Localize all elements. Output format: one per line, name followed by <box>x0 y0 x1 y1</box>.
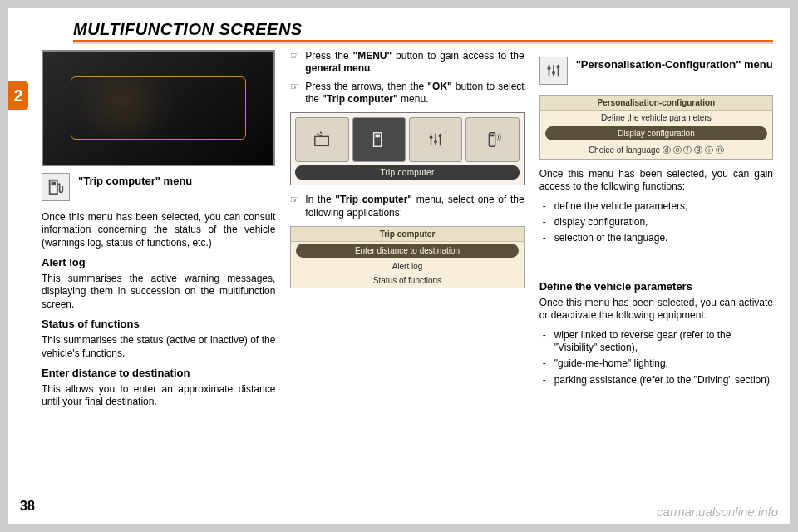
personalisation-list-menu: Personalisation-configuration Define the… <box>539 95 773 160</box>
trip-computer-list-menu: Trip computer Enter distance to destinat… <box>290 226 524 288</box>
menu-cell-radio-icon <box>295 117 348 162</box>
column-2: Press the "MENU" button to gain access t… <box>290 50 524 490</box>
t: Press the <box>305 50 352 62</box>
t: "MENU" <box>352 50 392 62</box>
define-params-heading: Define the vehicle parameters <box>539 280 773 293</box>
column-3: "Personalisation-Configuration" menu Per… <box>539 50 773 490</box>
watermark: carmanualsonline.info <box>657 505 778 519</box>
list-item: "guide-me-home" lighting, <box>539 357 773 370</box>
page-header: MULTIFUNCTION SCREENS <box>73 20 790 42</box>
menu-cell-phone-icon <box>466 117 519 162</box>
chapter-tab: 2 <box>8 81 28 110</box>
menu-label-strip: Trip computer <box>295 165 519 180</box>
section-title: "Trip computer" menu <box>78 173 192 201</box>
distance-text: This allows you to enter an approximate … <box>42 383 275 409</box>
t: . <box>370 62 372 74</box>
section-title: "Personalisation-Configuration" menu <box>576 57 773 85</box>
list-item: parking assistance (refer to the "Drivin… <box>539 374 773 387</box>
menu-cell-trip-icon <box>352 117 406 162</box>
svg-point-10 <box>547 66 550 70</box>
icon-row <box>295 117 519 162</box>
t: "OK" <box>427 81 451 92</box>
t: "Trip computer" <box>335 194 412 205</box>
control-panel-photo <box>42 50 275 166</box>
menu-item: Choice of language ⓓ ⓔ ⓕ ⓖ ⓘ ⓝ <box>540 142 772 159</box>
menu-title: Trip computer <box>291 227 523 242</box>
t: In the <box>305 194 335 205</box>
list-item: display configuration, <box>539 216 773 229</box>
t: "Trip computer" <box>322 93 397 105</box>
trip-intro-text: Once this menu has been selected, you ca… <box>42 211 275 249</box>
column-1: "Trip computer" menu Once this menu has … <box>42 50 275 490</box>
menu-item: Alert log <box>291 259 523 273</box>
status-text: This summarises the status (active or in… <box>42 334 275 360</box>
distance-heading: Enter distance to destination <box>42 367 275 379</box>
spacer <box>539 252 773 273</box>
menu-item: Status of functions <box>291 273 523 288</box>
trip-computer-icon-menu: Trip computer <box>290 112 524 185</box>
menu-item: Display configuration <box>545 126 767 140</box>
menu-item: Define the vehicle parameters <box>540 111 772 125</box>
section-trip-computer-header: "Trip computer" menu <box>42 173 275 201</box>
step-2: Press the arrows, then the "OK" button t… <box>290 81 524 106</box>
header-rule <box>73 40 773 42</box>
t: button to gain access to the <box>392 50 524 62</box>
t: menu. <box>398 93 429 105</box>
svg-point-12 <box>556 65 559 68</box>
steps-list: Press the "MENU" button to gain access t… <box>290 50 524 106</box>
menu-cell-sliders-icon <box>409 117 462 162</box>
svg-rect-9 <box>490 135 495 137</box>
svg-point-7 <box>439 135 442 138</box>
svg-rect-1 <box>52 182 57 186</box>
equipment-list: wiper linked to reverse gear (refer to t… <box>539 329 773 387</box>
status-heading: Status of functions <box>42 318 275 330</box>
svg-rect-4 <box>375 135 380 138</box>
menu-title: Personalisation-configuration <box>540 96 772 111</box>
content-columns: "Trip computer" menu Once this menu has … <box>42 50 773 490</box>
svg-point-11 <box>552 71 555 75</box>
t: general menu <box>305 62 370 74</box>
section-personalisation-header: "Personalisation-Configuration" menu <box>539 57 773 85</box>
define-params-text: Once this menu has been selected, you ca… <box>539 297 773 323</box>
page-number: 38 <box>20 499 35 514</box>
manual-page: MULTIFUNCTION SCREENS 2 "Trip computer" … <box>8 8 790 524</box>
svg-rect-2 <box>315 137 329 146</box>
alert-log-text: This summarises the active warning messa… <box>42 273 275 311</box>
step-1: Press the "MENU" button to gain access t… <box>290 50 524 76</box>
svg-point-6 <box>434 140 437 144</box>
header-rule-shadow <box>73 42 773 44</box>
list-item: selection of the language. <box>539 232 773 244</box>
personalisation-intro: Once this menu has been selected, you ca… <box>539 168 773 194</box>
fuel-pump-icon <box>42 173 70 201</box>
svg-point-5 <box>430 136 433 140</box>
step-3: In the "Trip computer" menu, select one … <box>290 194 524 219</box>
sliders-icon <box>539 57 568 85</box>
steps-list-2: In the "Trip computer" menu, select one … <box>290 194 524 219</box>
list-item: define the vehicle parameters, <box>539 200 773 213</box>
functions-list: define the vehicle parameters, display c… <box>539 200 773 245</box>
list-item: wiper linked to reverse gear (refer to t… <box>539 329 773 355</box>
alert-log-heading: Alert log <box>42 256 275 268</box>
t: Press the arrows, then the <box>305 81 427 92</box>
menu-item: Enter distance to destination <box>296 244 518 258</box>
page-title: MULTIFUNCTION SCREENS <box>73 20 790 39</box>
